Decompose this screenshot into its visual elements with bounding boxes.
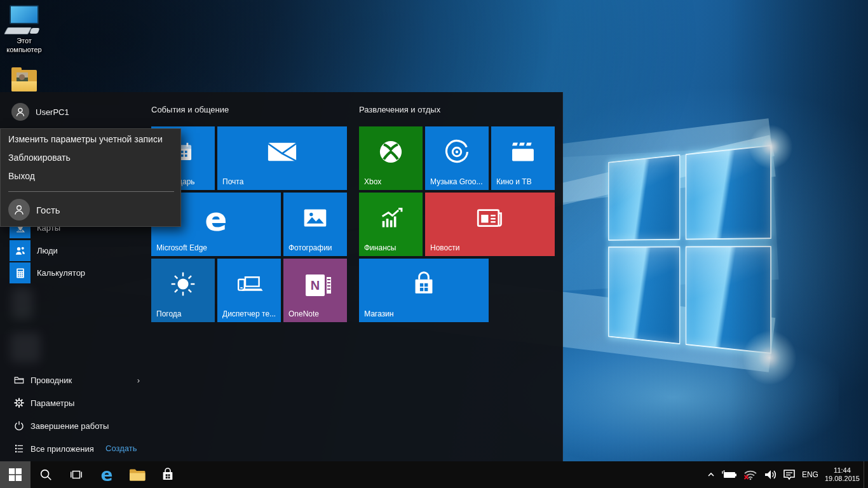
app-list-item-people[interactable]: Люди	[10, 240, 58, 261]
tile-label: Музыка Groo...	[430, 177, 482, 186]
menu-item-file-explorer[interactable]: Проводник ›	[13, 370, 146, 390]
system-tray: ENG 11:44 19.08.2015	[703, 461, 863, 488]
create-link[interactable]: Создать	[105, 438, 137, 459]
translucency-blob	[11, 288, 33, 320]
tile-xbox[interactable]: Xbox	[359, 126, 423, 190]
edge-icon: e	[205, 203, 227, 236]
chevron-right-icon[interactable]: ›	[137, 376, 140, 385]
tile-store[interactable]: Магазин	[359, 259, 489, 322]
tile-group-title: Развлечения и отдых	[359, 105, 440, 114]
taskbar: e ENG 11	[0, 461, 868, 488]
network-disconnected-icon[interactable]	[740, 461, 761, 488]
tile-label: Новости	[430, 243, 459, 252]
store-icon	[160, 467, 175, 482]
user-folder-icon	[11, 70, 37, 92]
this-pc-icon	[6, 5, 43, 34]
tile-onenote[interactable]: N OneNote	[283, 259, 347, 322]
context-menu-item-change-account[interactable]: Изменить параметры учетной записи	[8, 134, 163, 144]
tile-label: Почта	[222, 177, 243, 186]
clock[interactable]: 11:44 19.08.2015	[822, 461, 863, 488]
tray-time: 11:44	[825, 466, 860, 475]
news-icon	[474, 205, 506, 233]
all-apps-icon	[13, 443, 25, 454]
desktop-icon-user-folder[interactable]	[0, 70, 48, 92]
devices-icon	[234, 273, 264, 298]
guest-avatar-icon	[8, 199, 30, 220]
translucency-blob	[10, 332, 41, 363]
tile-label: Магазин	[364, 309, 393, 318]
photos-icon	[302, 207, 329, 232]
start-button[interactable]	[0, 461, 31, 488]
context-menu-item-lock[interactable]: Заблокировать	[8, 152, 71, 163]
app-list-label: Калькулятор	[37, 268, 85, 278]
people-icon	[10, 240, 31, 261]
battery-icon[interactable]	[719, 461, 740, 488]
gear-icon	[13, 397, 25, 409]
folder-icon	[129, 468, 146, 482]
menu-item-settings[interactable]: Параметры	[13, 393, 146, 413]
task-view-icon	[69, 468, 83, 482]
tile-weather[interactable]: Погода	[151, 259, 215, 322]
tile-label: Xbox	[364, 177, 381, 186]
windows-logo-icon	[9, 468, 22, 481]
power-icon	[13, 420, 25, 431]
clapper-icon	[508, 139, 538, 167]
tile-news[interactable]: Новости	[425, 193, 555, 256]
onenote-icon: N	[306, 274, 325, 296]
context-menu-divider	[8, 191, 174, 192]
xbox-icon	[377, 138, 405, 168]
mail-icon	[266, 139, 299, 167]
tile-phone-companion[interactable]: Диспетчер те...	[217, 259, 281, 322]
context-menu-item-sign-out[interactable]: Выход	[8, 171, 35, 181]
user-account-button[interactable]: UserPC1	[11, 103, 69, 121]
user-name: UserPC1	[36, 107, 69, 117]
menu-item-label: Параметры	[31, 398, 74, 408]
task-view-button[interactable]	[62, 461, 90, 488]
app-list-label: Люди	[37, 246, 58, 255]
tile-label: Фотографии	[288, 243, 332, 252]
tile-label: Диспетчер те...	[222, 309, 276, 318]
tile-money[interactable]: Финансы	[359, 193, 423, 256]
action-center-icon[interactable]	[780, 461, 799, 488]
tile-label: Кино и ТВ	[496, 177, 532, 186]
store-taskbar-button[interactable]	[154, 461, 182, 488]
tile-mail[interactable]: Почта	[217, 126, 347, 190]
edge-taskbar-button[interactable]: e	[93, 461, 121, 488]
menu-item-power[interactable]: Завершение работы	[13, 416, 146, 436]
desktop-icon-this-pc[interactable]: Этот компьютер	[0, 5, 48, 54]
language-indicator[interactable]: ENG	[799, 461, 822, 488]
desktop-icon-label: Этот компьютер	[0, 36, 48, 54]
search-icon	[39, 468, 53, 482]
tile-photos[interactable]: Фотографии	[283, 193, 347, 256]
tile-movies-tv[interactable]: Кино и ТВ	[491, 126, 555, 190]
user-avatar-icon	[11, 103, 29, 121]
edge-icon: e	[101, 464, 113, 485]
tray-date: 19.08.2015	[825, 475, 860, 483]
guest-label: Гость	[36, 205, 60, 215]
tile-label: Microsoft Edge	[156, 243, 207, 252]
tile-group-title: События и общение	[151, 105, 229, 114]
finance-icon	[376, 205, 405, 233]
tile-label: OneNote	[288, 309, 319, 318]
tile-label: Погода	[156, 309, 182, 318]
tile-groove-music[interactable]: Музыка Groo...	[425, 126, 489, 190]
account-context-menu: Изменить параметры учетной записи Заблок…	[0, 128, 181, 227]
screen: Этот компьютер UserPC1 Карты Люди	[0, 0, 868, 488]
menu-item-label: Проводник	[31, 376, 72, 385]
groove-icon	[443, 138, 471, 168]
menu-item-label: Завершение работы	[31, 421, 109, 431]
volume-icon[interactable]	[761, 461, 780, 488]
file-explorer-taskbar-button[interactable]	[123, 461, 151, 488]
show-desktop-button[interactable]	[864, 461, 868, 488]
tray-chevron-up-icon[interactable]	[703, 461, 719, 488]
search-button[interactable]	[32, 461, 60, 488]
tile-label: Финансы	[364, 243, 396, 252]
context-menu-item-guest[interactable]: Гость	[8, 199, 60, 220]
calculator-icon	[10, 262, 31, 283]
app-list-item-calculator[interactable]: Калькулятор	[10, 262, 85, 283]
folder-icon	[13, 374, 25, 386]
sun-icon	[169, 270, 197, 301]
store-icon	[410, 270, 438, 301]
menu-item-label: Все приложения	[31, 444, 94, 454]
